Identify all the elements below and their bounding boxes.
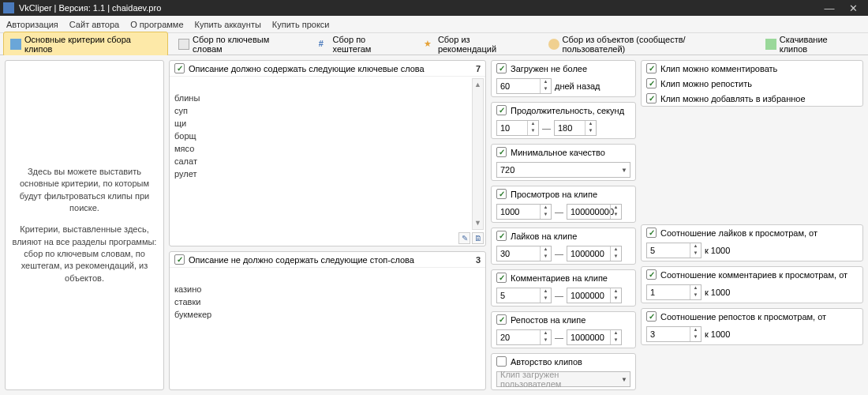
reposts-title: Репостов на клипе	[511, 315, 586, 325]
include-keywords-text: блины суп щи борщ мясо салат рулет	[174, 93, 200, 179]
uploaded-panel: Загружен не более 60▲▼дней назад	[491, 60, 636, 97]
comments-title: Комментариев на клипе	[511, 273, 608, 283]
app-icon	[3, 2, 14, 13]
likes-from[interactable]: 30▲▼	[496, 246, 552, 261]
ratio-comments-title: Соотношение комментариев к просмотрам, о…	[660, 270, 847, 280]
quality-select[interactable]: 720▼	[496, 162, 630, 178]
tab-label: Сбор по хештегам	[333, 35, 406, 54]
edit-icon[interactable]: ✎	[458, 232, 470, 244]
tab-objects[interactable]: Сбор из объектов (сообществ/пользователе…	[541, 32, 755, 57]
author-panel: Авторство клипов Клип загружен пользоват…	[491, 353, 636, 390]
ratio-comments-checkbox[interactable]	[646, 269, 657, 280]
tab-label: Сбор из рекомендаций	[438, 35, 531, 54]
reposts-to[interactable]: 1000000▲▼	[567, 329, 622, 345]
reposts-from[interactable]: 20▲▼	[496, 329, 552, 345]
include-keywords-textarea[interactable]: блины суп щи борщ мясо салат рулет ▲▼ ✎🗎	[170, 77, 485, 246]
duration-panel: Продолжительность, секунд 10▲▼—180▲▼	[491, 102, 636, 139]
duration-to[interactable]: 180▲▼	[554, 120, 597, 136]
content-area: Здесь вы можете выставить основные крите…	[0, 55, 868, 395]
ratio-reposts-title: Соотношение репостов к просмотрам, от	[660, 312, 826, 322]
quality-title: Минимальное качество	[511, 148, 605, 157]
views-from[interactable]: 1000▲▼	[496, 204, 552, 220]
tab-hashtags[interactable]: #Сбор по хештегам	[312, 32, 413, 57]
reposts-checkbox[interactable]	[496, 314, 507, 325]
can-comment-checkbox[interactable]	[646, 63, 657, 73]
user-icon	[548, 39, 559, 50]
ratio-likes-value[interactable]: 5▲▼	[646, 243, 702, 258]
ratio-comments-panel: Соотношение комментариев к просмотрам, о…	[641, 266, 863, 303]
ratio-reposts-panel: Соотношение репостов к просмотрам, от 3▲…	[641, 308, 863, 345]
duration-checkbox[interactable]	[496, 105, 507, 115]
can-fav-checkbox[interactable]	[646, 93, 657, 103]
menu-auth[interactable]: Авторизация	[6, 20, 58, 29]
page-icon[interactable]: 🗎	[472, 232, 484, 244]
comments-to[interactable]: 1000000▲▼	[567, 288, 622, 303]
tab-label: Скачивание клипов	[780, 35, 858, 54]
window-titlebar: VkCliper | Версия: 1.1 | chaidaev.pro — …	[0, 0, 868, 16]
ratio-reposts-value[interactable]: 3▲▼	[646, 326, 702, 342]
scrollbar[interactable]: ▲▼	[472, 78, 484, 230]
exclude-keywords-panel: Описание не должно содержать следующие с…	[169, 251, 486, 390]
ratio-likes-panel: Соотношение лайков к просмотрам, от 5▲▼к…	[641, 224, 863, 261]
views-title: Просмотров на клипе	[511, 190, 597, 199]
author-select[interactable]: Клип загружен пользователем▼	[496, 371, 630, 387]
views-panel: Просмотров на клипе 1000▲▼—100000000▲▼	[491, 186, 636, 223]
ratio-comments-value[interactable]: 1▲▼	[646, 284, 702, 300]
menu-about[interactable]: О программе	[130, 20, 183, 29]
tab-label: Сбор из объектов (сообществ/пользователе…	[563, 35, 748, 54]
likes-to[interactable]: 1000000▲▼	[567, 246, 622, 261]
author-checkbox[interactable]	[496, 356, 507, 367]
duration-from[interactable]: 10▲▼	[496, 120, 539, 136]
ratio-reposts-checkbox[interactable]	[646, 311, 657, 322]
ratio-likes-per: к 1000	[705, 246, 730, 255]
window-title: VkCliper | Версия: 1.1 | chaidaev.pro	[19, 3, 817, 13]
uploaded-suffix: дней назад	[555, 81, 600, 91]
ratio-reposts-per: к 1000	[705, 329, 730, 339]
uploaded-value[interactable]: 60▲▼	[496, 78, 552, 94]
star-icon: ★	[424, 39, 435, 50]
tab-keywords[interactable]: Сбор по ключевым словам	[171, 32, 309, 57]
exclude-keywords-checkbox[interactable]	[174, 254, 185, 265]
tab-download[interactable]: Скачивание клипов	[758, 32, 865, 57]
menu-buy-proxy[interactable]: Купить прокси	[272, 20, 330, 29]
views-checkbox[interactable]	[496, 189, 507, 199]
page-icon	[178, 39, 189, 50]
permissions-panel: Клип можно комментировать Клип можно реп…	[641, 60, 863, 107]
duration-title: Продолжительность, секунд	[511, 106, 624, 115]
can-fav-label: Клип можно добавлять в избранное	[660, 94, 806, 103]
comments-from[interactable]: 5▲▼	[496, 288, 552, 303]
menu-buy-accounts[interactable]: Купить аккаунты	[195, 20, 261, 29]
minimize-button[interactable]: —	[817, 2, 841, 14]
download-icon	[765, 39, 776, 50]
exclude-keywords-textarea[interactable]: казино ставки букмекер	[170, 268, 485, 389]
tab-label: Основные критерии сбора клипов	[24, 35, 161, 54]
exclude-keywords-title: Описание не должно содержать следующие с…	[189, 255, 414, 265]
toolbar: Основные критерии сбора клипов Сбор по к…	[0, 33, 868, 55]
comments-checkbox[interactable]	[496, 273, 507, 283]
can-repost-checkbox[interactable]	[646, 78, 657, 88]
include-keywords-checkbox[interactable]	[174, 63, 185, 73]
tab-recs[interactable]: ★Сбор из рекомендаций	[417, 32, 538, 57]
list-icon	[10, 39, 21, 50]
exclude-keywords-text: казино ставки букмекер	[174, 284, 211, 319]
menu-site[interactable]: Сайт автора	[69, 20, 119, 29]
quality-checkbox[interactable]	[496, 147, 507, 157]
uploaded-title: Загружен не более	[511, 64, 587, 73]
likes-checkbox[interactable]	[496, 231, 507, 241]
info-text-1: Здесь вы можете выставить основные крите…	[12, 166, 157, 215]
uploaded-checkbox[interactable]	[496, 63, 507, 73]
hash-icon: #	[319, 39, 330, 50]
likes-title: Лайков на клипе	[511, 231, 577, 241]
include-keywords-panel: Описание должно содержать следующие ключ…	[169, 60, 486, 246]
quality-panel: Минимальное качество 720▼	[491, 144, 636, 181]
comments-panel: Комментариев на клипе 5▲▼—1000000▲▼	[491, 269, 636, 307]
can-comment-label: Клип можно комментировать	[660, 64, 777, 73]
ratio-comments-per: к 1000	[705, 288, 730, 297]
ratio-likes-checkbox[interactable]	[646, 228, 657, 238]
views-to[interactable]: 100000000▲▼	[567, 204, 622, 220]
menubar: Авторизация Сайт автора О программе Купи…	[0, 16, 868, 33]
tab-criteria[interactable]: Основные критерии сбора клипов	[3, 32, 168, 57]
exclude-keywords-count: 3	[476, 255, 481, 265]
reposts-panel: Репостов на клипе 20▲▼—1000000▲▼	[491, 311, 636, 348]
close-button[interactable]: ✕	[841, 2, 865, 14]
